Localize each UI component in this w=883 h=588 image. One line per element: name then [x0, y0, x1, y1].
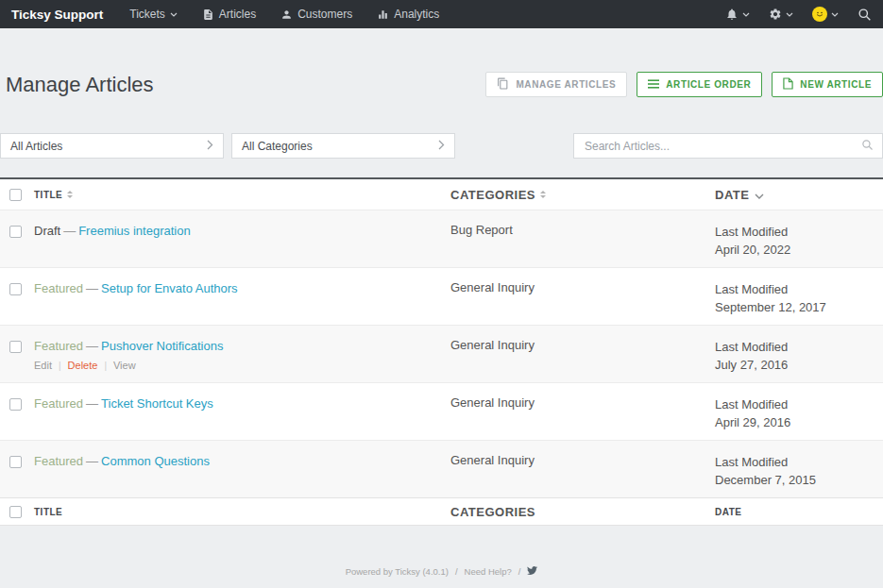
twitter-icon[interactable] — [527, 565, 537, 578]
status-label: Draft — [34, 224, 60, 238]
copy-pages-icon — [497, 77, 509, 92]
search-input[interactable] — [583, 139, 861, 154]
brand-logo[interactable]: Ticksy Support — [11, 8, 103, 22]
manage-articles-button[interactable]: MANAGE ARTICLES — [485, 72, 627, 97]
footer-separator: / — [518, 566, 521, 577]
table-header: TITLE CATEGORIES DATE — [0, 177, 883, 210]
chevron-down-icon — [742, 12, 750, 17]
date-cell: Last Modified December 7, 2015 — [715, 453, 883, 489]
footer-header-title: TITLE — [34, 507, 450, 517]
article-order-button[interactable]: ARTICLE ORDER — [637, 72, 762, 97]
table-row[interactable]: Featured—Ticket Shortcut Keys General In… — [0, 382, 883, 440]
last-modified-label: Last Modified — [715, 338, 883, 356]
dash: — — [63, 224, 76, 238]
articles-filter-select[interactable]: All Articles — [0, 133, 224, 159]
header-date-label: DATE — [715, 186, 749, 204]
sort-desc-icon[interactable] — [755, 186, 764, 204]
search-icon[interactable] — [858, 8, 872, 22]
dash: — — [86, 454, 98, 468]
category-cell: General Inquiry — [450, 395, 715, 410]
select-all-checkbox[interactable] — [9, 189, 22, 201]
header-categories[interactable]: CATEGORIES — [450, 188, 715, 202]
modified-date: April 20, 2022 — [715, 241, 883, 259]
status-label: Featured — [34, 281, 83, 295]
article-title-link[interactable]: Common Questions — [101, 454, 210, 468]
nav-articles[interactable]: Articles — [202, 8, 256, 21]
category-cell: General Inquiry — [450, 453, 715, 467]
category-cell: General Inquiry — [450, 338, 715, 352]
new-article-label: NEW ARTICLE — [800, 79, 872, 90]
chevron-right-icon — [207, 140, 213, 153]
article-order-label: ARTICLE ORDER — [666, 79, 751, 90]
toolbar: MANAGE ARTICLES ARTICLE ORDER NEW ARTICL… — [485, 72, 883, 97]
chevron-down-icon — [170, 12, 178, 17]
modified-date: September 12, 2017 — [715, 298, 883, 316]
date-cell: Last Modified July 27, 2016 — [715, 338, 883, 374]
last-modified-label: Last Modified — [715, 280, 883, 298]
last-modified-label: Last Modified — [715, 395, 883, 413]
sort-icon[interactable] — [67, 191, 73, 198]
search-box — [573, 133, 883, 159]
manage-articles-label: MANAGE ARTICLES — [516, 79, 616, 90]
article-title-link[interactable]: Ticket Shortcut Keys — [101, 396, 213, 411]
row-checkbox[interactable] — [9, 341, 22, 353]
header-title-label: TITLE — [34, 190, 62, 200]
nav-customers[interactable]: Customers — [280, 8, 352, 21]
modified-date: July 27, 2016 — [715, 356, 883, 374]
header-categories-label: CATEGORIES — [450, 188, 535, 202]
header-date[interactable]: DATE — [715, 186, 883, 204]
edit-link[interactable]: Edit — [34, 360, 52, 371]
row-checkbox[interactable] — [9, 398, 22, 411]
delete-link[interactable]: Delete — [68, 360, 98, 371]
article-title-link[interactable]: Freemius integration — [78, 224, 191, 238]
user-menu[interactable] — [812, 7, 839, 22]
new-document-icon — [783, 77, 793, 92]
status-label: Featured — [34, 454, 83, 468]
list-order-icon — [648, 79, 659, 91]
page-header: Manage Articles MANAGE ARTICLES ARTICLE … — [0, 72, 883, 97]
dash: — — [86, 281, 98, 295]
notifications-menu[interactable] — [725, 8, 750, 21]
status-label: Featured — [34, 396, 83, 411]
action-separator: | — [104, 361, 107, 371]
nav-tickets-label: Tickets — [129, 8, 165, 21]
table-row[interactable]: Featured—Common Questions General Inquir… — [0, 440, 883, 497]
category-cell: Bug Report — [450, 223, 715, 237]
row-checkbox[interactable] — [9, 456, 22, 468]
page-footer: Powered by Ticksy (4.0.1) / Need Help? / — [0, 565, 883, 578]
row-actions: Edit|Delete|View — [34, 360, 450, 371]
date-cell: Last Modified April 29, 2016 — [715, 395, 883, 431]
last-modified-label: Last Modified — [715, 223, 883, 241]
view-link[interactable]: View — [113, 360, 136, 371]
footer-header-date: DATE — [715, 503, 883, 521]
nav-customers-label: Customers — [297, 8, 352, 21]
article-title-link[interactable]: Pushover Notifications — [101, 339, 223, 353]
status-label: Featured — [34, 339, 83, 353]
nav-tickets[interactable]: Tickets — [129, 8, 178, 21]
need-help-link[interactable]: Need Help? — [465, 566, 512, 577]
navbar-right — [725, 7, 872, 22]
dash: — — [86, 339, 98, 353]
footer-separator: / — [455, 566, 458, 577]
nav-articles-label: Articles — [219, 8, 256, 21]
table-row[interactable]: Featured—Setup for Envato Authors Genera… — [0, 267, 883, 325]
page-title: Manage Articles — [6, 73, 154, 97]
nav-analytics[interactable]: Analytics — [377, 8, 439, 21]
row-checkbox[interactable] — [9, 226, 22, 238]
new-article-button[interactable]: NEW ARTICLE — [772, 72, 883, 97]
last-modified-label: Last Modified — [715, 453, 883, 471]
select-all-checkbox[interactable] — [9, 506, 22, 518]
gear-icon — [769, 8, 782, 21]
date-cell: Last Modified September 12, 2017 — [715, 280, 883, 316]
article-title-link[interactable]: Setup for Envato Authors — [101, 281, 238, 295]
filter-row: All Articles All Categories — [0, 133, 883, 159]
table-row[interactable]: Featured—Pushover Notifications Edit|Del… — [0, 325, 883, 382]
customers-icon — [280, 8, 293, 21]
categories-filter-select[interactable]: All Categories — [231, 133, 455, 159]
sort-icon[interactable] — [540, 191, 546, 198]
table-row[interactable]: Draft—Freemius integration Bug Report La… — [0, 210, 883, 267]
settings-menu[interactable] — [769, 8, 793, 21]
header-title[interactable]: TITLE — [34, 190, 450, 200]
search-icon — [861, 138, 874, 155]
row-checkbox[interactable] — [9, 283, 22, 295]
